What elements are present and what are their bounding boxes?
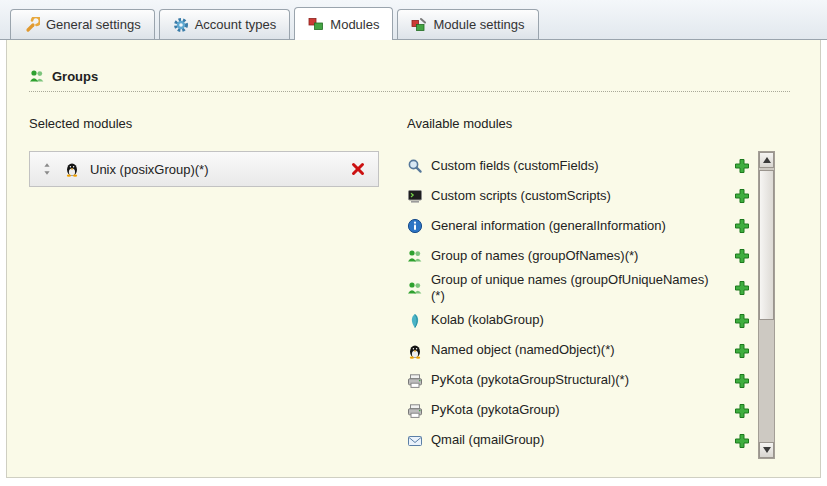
module-columns: Selected modules Unix (posixGroup)(*) Av… xyxy=(29,92,820,459)
scrollbar-thumb[interactable] xyxy=(759,170,774,320)
available-modules-wrap: Custom fields (customFields) Custom scri… xyxy=(407,151,775,459)
add-icon[interactable] xyxy=(734,248,750,264)
selected-module-label: Unix (posixGroup)(*) xyxy=(90,162,340,177)
group-icon xyxy=(407,248,423,264)
available-modules-column: Available modules Custom fields (customF… xyxy=(407,116,775,459)
scrollbar-track[interactable] xyxy=(759,168,774,442)
scroll-up-icon xyxy=(763,157,771,163)
module-label: Kolab (kolabGroup) xyxy=(431,312,544,328)
gear-icon xyxy=(173,17,189,33)
tab-modules[interactable]: Modules xyxy=(294,7,393,40)
module-label: Qmail (qmailGroup) xyxy=(431,432,544,448)
list-item: Group of names (groupOfNames)(*) xyxy=(407,241,750,271)
add-icon[interactable] xyxy=(734,280,750,296)
list-item: General information (generalInformation) xyxy=(407,211,750,241)
list-item: Custom scripts (customScripts) xyxy=(407,181,750,211)
tab-module-settings[interactable]: Module settings xyxy=(397,9,538,39)
module-label: General information (generalInformation) xyxy=(431,218,666,234)
add-icon[interactable] xyxy=(734,158,750,174)
tab-label: Modules xyxy=(330,17,379,32)
add-icon[interactable] xyxy=(734,403,750,419)
section-header: Groups xyxy=(29,68,790,92)
tux-icon xyxy=(407,343,423,359)
tab-label: General settings xyxy=(46,17,141,32)
selected-modules-column: Selected modules Unix (posixGroup)(*) xyxy=(29,116,389,459)
groups-icon xyxy=(29,68,45,84)
wrench-icon xyxy=(24,17,40,33)
tab-label: Account types xyxy=(195,17,277,32)
printer-icon xyxy=(407,373,423,389)
available-modules-heading: Available modules xyxy=(407,116,775,131)
scrollbar[interactable] xyxy=(758,151,775,459)
module-label: Named object (namedObject)(*) xyxy=(431,342,615,358)
module-settings-icon xyxy=(411,17,427,33)
module-label: PyKota (pykotaGroup) xyxy=(431,402,560,418)
available-modules-list: Custom fields (customFields) Custom scri… xyxy=(407,151,750,456)
tab-label: Module settings xyxy=(433,17,524,32)
list-item: PyKota (pykotaGroupStructural)(*) xyxy=(407,366,750,396)
magnifier-icon xyxy=(407,158,423,174)
modules-panel: Groups Selected modules Unix (posixGroup… xyxy=(6,40,821,478)
selected-module-row[interactable]: Unix (posixGroup)(*) xyxy=(29,151,379,187)
module-label: Custom fields (customFields) xyxy=(431,158,599,174)
mail-icon xyxy=(407,433,423,449)
module-label: Custom scripts (customScripts) xyxy=(431,188,611,204)
remove-icon[interactable] xyxy=(350,161,366,177)
module-label: Group of names (groupOfNames)(*) xyxy=(431,248,638,264)
add-icon[interactable] xyxy=(734,433,750,449)
kolab-icon xyxy=(407,313,423,329)
list-item: Custom fields (customFields) xyxy=(407,151,750,181)
group-icon xyxy=(407,280,423,296)
drag-handle-icon[interactable] xyxy=(40,162,54,176)
scroll-down-icon xyxy=(763,447,771,453)
tab-general-settings[interactable]: General settings xyxy=(10,9,155,39)
modules-icon xyxy=(308,16,324,32)
selected-modules-heading: Selected modules xyxy=(29,116,389,131)
add-icon[interactable] xyxy=(734,313,750,329)
add-icon[interactable] xyxy=(734,373,750,389)
list-item: Group of unique names (groupOfUniqueName… xyxy=(407,271,750,306)
script-icon xyxy=(407,188,423,204)
tab-account-types[interactable]: Account types xyxy=(159,9,291,39)
module-label: PyKota (pykotaGroupStructural)(*) xyxy=(431,372,629,388)
scroll-down-button[interactable] xyxy=(759,442,774,458)
add-icon[interactable] xyxy=(734,188,750,204)
printer-icon xyxy=(407,403,423,419)
scroll-up-button[interactable] xyxy=(759,152,774,168)
add-icon[interactable] xyxy=(734,218,750,234)
list-item: PyKota (pykotaGroup) xyxy=(407,396,750,426)
section-title: Groups xyxy=(52,69,98,84)
list-item: Qmail (qmailGroup) xyxy=(407,426,750,456)
info-icon xyxy=(407,218,423,234)
tab-bar: General settings Account types Modules M… xyxy=(0,0,827,40)
module-label: Group of unique names (groupOfUniqueName… xyxy=(431,272,709,305)
add-icon[interactable] xyxy=(734,343,750,359)
list-item: Kolab (kolabGroup) xyxy=(407,306,750,336)
list-item: Named object (namedObject)(*) xyxy=(407,336,750,366)
tux-icon xyxy=(64,161,80,177)
